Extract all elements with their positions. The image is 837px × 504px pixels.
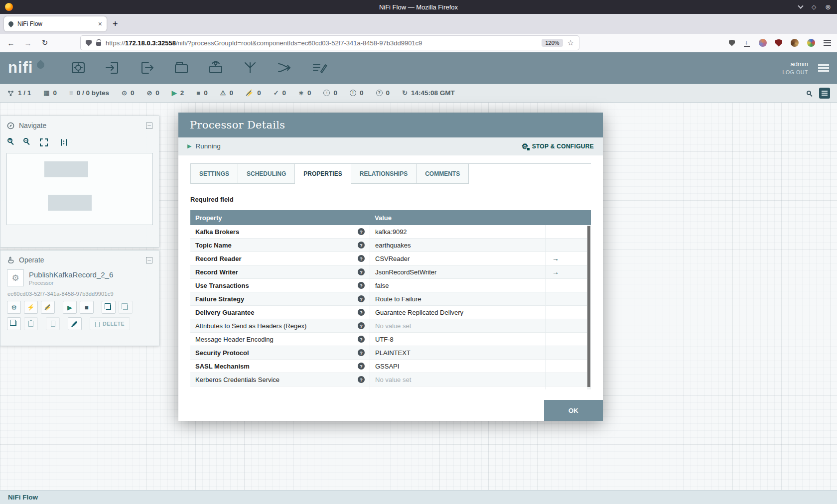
disable-button[interactable]: ⚡ [41,301,55,314]
tab-comments[interactable]: COMMENTS [417,164,469,184]
stat-threads: ▦0 [43,89,57,97]
stop-and-configure-button[interactable]: ⚙ STOP & CONFIGURE [522,142,594,150]
process-group-icon[interactable] [172,59,190,76]
stat-cluster: 1 / 1 [7,89,31,97]
help-icon[interactable]: ? [358,242,365,249]
logout-link[interactable]: LOG OUT [783,69,808,75]
url-bar[interactable]: https://172.18.0.3:32558/nifi/?processGr… [81,36,579,50]
goto-service-icon[interactable]: → [552,254,559,262]
selected-component-type: Processor [29,280,113,286]
processor-icon[interactable] [69,59,87,76]
account-icon[interactable] [759,39,767,47]
label-icon[interactable] [310,59,328,76]
stat-up-to-date: ✓0 [274,89,286,97]
extension-icon-a[interactable] [791,39,799,47]
locally-modified-icon: ∗ [298,90,304,96]
operate-title: Operate [19,256,44,264]
browser-navbar: ← → ↻ https://172.18.0.3:32558/nifi/?pro… [0,34,837,52]
tab-relationships[interactable]: RELATIONSHIPS [351,164,417,184]
ungroup-button [119,301,133,314]
window-close-icon[interactable]: ⊗ [825,3,831,10]
new-tab-button[interactable]: + [113,19,118,29]
extension-icon-b[interactable] [807,39,815,47]
table-row: SASL Mechanism? GSSAPI [190,360,591,373]
operate-panel: Operate – ⚙ PublishKafkaRecord_2_6 Proce… [0,250,159,346]
input-port-icon[interactable] [104,59,122,76]
search-icon[interactable] [807,91,811,95]
help-icon[interactable]: ? [358,268,365,275]
tracking-shield-icon[interactable] [86,40,92,46]
help-icon[interactable]: ? [358,322,365,329]
browser-tab[interactable]: NiFi Flow × [4,16,107,31]
nifi-header: nifi admin LOG OUT [0,52,837,84]
table-row: Record Reader? CSVReader → [190,252,591,265]
zoom-fit-button[interactable] [39,138,48,147]
window-minimize-icon[interactable] [798,3,803,8]
navigate-icon [7,122,14,129]
refresh-icon[interactable]: ↻ [402,90,408,96]
help-icon[interactable]: ? [358,309,365,316]
table-row: Kerberos Service Name? No value set [190,386,591,389]
zoom-indicator[interactable]: 120% [542,39,562,47]
selected-component-id: ec60cd03-52f7-341a-8458-97b3dd9901c9 [0,286,159,301]
start-button[interactable]: ▶ [63,301,77,314]
fill-color-button[interactable] [68,317,82,330]
help-icon[interactable]: ? [358,282,365,289]
copy-button[interactable] [7,317,21,330]
transmitting-icon: ⊙ [122,90,127,96]
enable-button[interactable]: ⚡ [24,301,38,314]
collapse-navigate-button[interactable]: – [146,123,152,129]
output-port-icon[interactable] [138,59,156,76]
dialog-tabs: SETTINGS SCHEDULING PROPERTIES RELATIONS… [190,163,591,184]
help-icon[interactable]: ? [358,295,365,302]
global-menu-icon[interactable] [818,64,829,66]
ok-button[interactable]: OK [544,400,603,421]
refresh-status[interactable]: ↻14:45:08 GMT [402,89,455,97]
goto-service-icon[interactable]: → [552,268,559,276]
downloads-icon[interactable] [743,39,750,47]
help-icon[interactable]: ? [358,255,365,262]
table-scrollbar[interactable] [587,225,591,389]
zoom-out-button[interactable]: – [23,138,28,143]
funnel-icon[interactable] [241,59,259,76]
back-button[interactable]: ← [6,39,16,47]
breadcrumb-root[interactable]: NiFi Flow [8,494,38,501]
invalid-icon: ⚠ [220,90,226,96]
tab-settings[interactable]: SETTINGS [190,164,238,184]
bookmark-star-icon[interactable]: ☆ [567,38,574,47]
scrollbar-thumb[interactable] [587,226,590,387]
zoom-actual-button[interactable] [59,138,68,147]
help-icon[interactable]: ? [358,363,365,370]
remote-process-group-icon[interactable] [207,59,225,76]
current-user: admin [783,60,808,68]
configure-button[interactable]: ⚙ [7,301,21,314]
help-icon[interactable]: ? [358,336,365,343]
stat-locally-modified-stale: !0 [350,89,364,97]
zoom-in-button[interactable]: + [7,138,12,143]
stop-button[interactable]: ■ [80,301,94,314]
pocket-icon[interactable] [729,40,735,46]
reload-button[interactable]: ↻ [40,38,50,47]
birdseye-view[interactable] [6,153,153,225]
paste-button [24,317,38,330]
tab-properties[interactable]: PROPERTIES [295,164,351,184]
group-button[interactable] [102,301,116,314]
properties-table: Property Value Kafka Brokers? kafka:9092… [190,210,591,389]
trash-icon [95,322,100,327]
flow-canvas[interactable]: Navigate – + – Operate – ⚙ [0,103,837,504]
help-icon[interactable]: ? [358,376,365,383]
tab-close-icon[interactable]: × [98,20,102,28]
tab-scheduling[interactable]: SCHEDULING [238,164,295,184]
collapse-operate-button[interactable]: – [146,257,152,263]
menu-icon[interactable] [824,40,831,41]
help-icon[interactable]: ? [358,228,365,235]
window-maximize-icon[interactable]: ◇ [812,4,816,10]
panel-toggle-button[interactable] [819,88,830,99]
template-icon[interactable] [276,59,293,76]
help-icon[interactable]: ? [358,349,365,356]
stat-running: ▶2 [172,89,184,97]
forward-button[interactable]: → [23,39,33,47]
lock-icon[interactable] [96,42,101,46]
ublock-extension-icon[interactable] [775,39,782,47]
status-label: Running [195,142,220,150]
